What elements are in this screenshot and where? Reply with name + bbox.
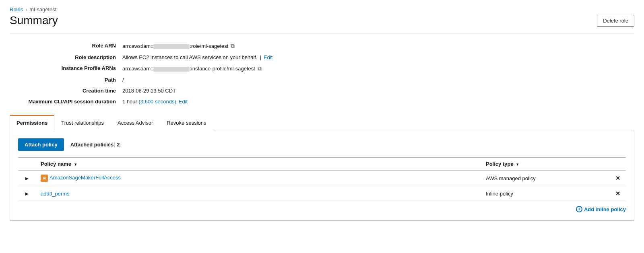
instance-profile-value: arn:aws:iam:::instance-profile/ml-sagete… (122, 65, 262, 72)
tab-access-advisor[interactable]: Access Advisor (111, 115, 160, 130)
breadcrumb-separator: › (25, 7, 27, 12)
add-inline-label: Add inline policy (584, 206, 626, 212)
max-session-row: Maximum CLI/API session duration 1 hour … (10, 96, 634, 107)
policy-name-link[interactable]: AmazonSageMakerFullAccess (50, 175, 121, 181)
col-policy-name-header[interactable]: Policy name ▾ (36, 158, 481, 171)
header-row: Summary Delete role (10, 14, 634, 34)
attach-policy-button[interactable]: Attach policy (18, 138, 64, 151)
col-expand-header (18, 158, 36, 171)
tabs: Permissions Trust relationships Access A… (10, 115, 634, 130)
path-row: Path / (10, 74, 634, 85)
table-row: ▶⊞AmazonSageMakerFullAccessAWS managed p… (18, 171, 626, 186)
col-remove-header (610, 158, 626, 171)
policy-table: Policy name ▾ Policy type ▾ ▶⊞AmazonSage… (18, 157, 626, 201)
instance-profile-row: Instance Profile ARNs arn:aws:iam:::inst… (10, 63, 634, 74)
role-desc-value: Allows EC2 instances to call AWS service… (122, 54, 272, 60)
permissions-toolbar: Attach policy Attached policies: 2 (18, 138, 626, 151)
policy-type-cell: Inline policy (481, 186, 610, 201)
max-session-text: 1 hour (3,600 seconds) (122, 99, 176, 105)
policy-name-sort-icon[interactable]: ▾ (74, 162, 76, 167)
tab-revoke-sessions[interactable]: Revoke sessions (160, 115, 213, 130)
page-title: Summary (10, 14, 58, 27)
instance-profile-label: Instance Profile ARNs (10, 65, 122, 72)
instance-profile-redacted (153, 67, 190, 72)
instance-profile-copy-icon[interactable]: ⧉ (258, 65, 262, 72)
creation-time-value: 2018-06-29 13:50 CDT (122, 88, 176, 94)
max-session-edit-link[interactable]: Edit (179, 99, 188, 105)
row-expand-button[interactable]: ▶ (23, 191, 31, 197)
role-arn-value: arn:aws:iam:::role/ml-sagetest ⧉ (122, 43, 235, 49)
policy-icon: ⊞ (41, 175, 48, 182)
breadcrumb: Roles › ml-sagetest (10, 6, 634, 12)
policy-name-header-text: Policy name (41, 161, 71, 167)
remove-policy-button[interactable]: ✕ (615, 190, 620, 197)
breadcrumb-roles-link[interactable]: Roles (10, 6, 23, 12)
path-value: / (122, 77, 124, 83)
role-desc-text: Allows EC2 instances to call AWS service… (122, 54, 258, 60)
policy-type-sort-icon[interactable]: ▾ (516, 162, 518, 167)
table-header-row: Policy name ▾ Policy type ▾ (18, 158, 626, 171)
role-arn-label: Role ARN (10, 43, 122, 49)
role-desc-pipe: | (260, 54, 261, 60)
delete-role-button[interactable]: Delete role (597, 15, 634, 27)
path-label: Path (10, 77, 122, 83)
role-desc-label: Role description (10, 54, 122, 60)
breadcrumb-current: ml-sagetest (29, 6, 56, 12)
remove-policy-button[interactable]: ✕ (615, 175, 620, 181)
summary-table: Role ARN arn:aws:iam:::role/ml-sagetest … (10, 40, 634, 107)
role-arn-redacted (153, 44, 190, 49)
instance-profile-text: arn:aws:iam:::instance-profile/ml-sagete… (122, 66, 255, 72)
role-desc-row: Role description Allows EC2 instances to… (10, 52, 634, 63)
creation-time-label: Creation time (10, 88, 122, 94)
row-expand-button[interactable]: ▶ (23, 175, 31, 181)
role-arn-row: Role ARN arn:aws:iam:::role/ml-sagetest … (10, 40, 634, 52)
add-inline-row: + Add inline policy (18, 201, 626, 212)
role-desc-edit-link[interactable]: Edit (264, 54, 272, 60)
policy-type-header-text: Policy type (486, 161, 514, 167)
tab-permissions[interactable]: Permissions (10, 115, 54, 130)
max-session-value: 1 hour (3,600 seconds) Edit (122, 99, 188, 105)
creation-time-row: Creation time 2018-06-29 13:50 CDT (10, 85, 634, 96)
policy-type-cell: AWS managed policy (481, 171, 610, 186)
page-container: Roles › ml-sagetest Summary Delete role … (0, 0, 644, 227)
role-arn-text: arn:aws:iam:::role/ml-sagetest (122, 43, 228, 49)
policies-count: Attached policies: 2 (70, 142, 120, 148)
tab-content-permissions: Attach policy Attached policies: 2 Polic… (10, 130, 634, 221)
max-session-link: (3,600 seconds) (138, 99, 176, 105)
col-policy-type-header[interactable]: Policy type ▾ (481, 158, 610, 171)
add-inline-plus-icon: + (576, 206, 582, 212)
add-inline-policy-link[interactable]: + Add inline policy (576, 206, 626, 212)
table-row: ▶addtl_permsInline policy✕ (18, 186, 626, 201)
policy-name-link[interactable]: addtl_perms (41, 191, 70, 197)
max-session-label: Maximum CLI/API session duration (10, 99, 122, 105)
tab-trust-relationships[interactable]: Trust relationships (54, 115, 111, 130)
role-arn-copy-icon[interactable]: ⧉ (231, 43, 235, 49)
